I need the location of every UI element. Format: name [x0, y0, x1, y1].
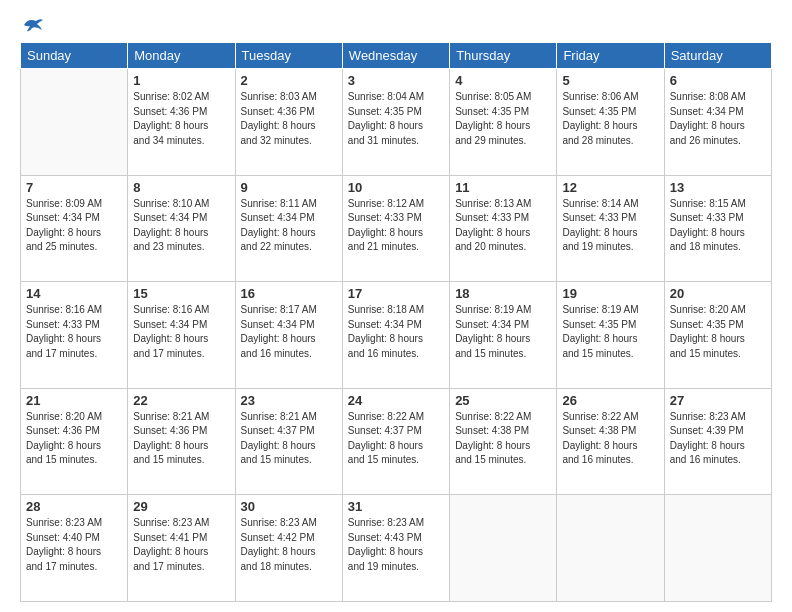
day-number: 24	[348, 393, 444, 408]
day-number: 30	[241, 499, 337, 514]
calendar-cell: 3Sunrise: 8:04 AMSunset: 4:35 PMDaylight…	[342, 69, 449, 176]
calendar-cell: 18Sunrise: 8:19 AMSunset: 4:34 PMDayligh…	[450, 282, 557, 389]
day-number: 1	[133, 73, 229, 88]
day-number: 22	[133, 393, 229, 408]
calendar-cell: 24Sunrise: 8:22 AMSunset: 4:37 PMDayligh…	[342, 388, 449, 495]
day-info: Sunrise: 8:23 AMSunset: 4:39 PMDaylight:…	[670, 410, 766, 468]
calendar-cell: 20Sunrise: 8:20 AMSunset: 4:35 PMDayligh…	[664, 282, 771, 389]
calendar-cell: 26Sunrise: 8:22 AMSunset: 4:38 PMDayligh…	[557, 388, 664, 495]
day-info: Sunrise: 8:04 AMSunset: 4:35 PMDaylight:…	[348, 90, 444, 148]
weekday-header-wednesday: Wednesday	[342, 43, 449, 69]
calendar-cell: 15Sunrise: 8:16 AMSunset: 4:34 PMDayligh…	[128, 282, 235, 389]
calendar-cell: 9Sunrise: 8:11 AMSunset: 4:34 PMDaylight…	[235, 175, 342, 282]
day-number: 20	[670, 286, 766, 301]
day-info: Sunrise: 8:11 AMSunset: 4:34 PMDaylight:…	[241, 197, 337, 255]
day-number: 29	[133, 499, 229, 514]
day-number: 21	[26, 393, 122, 408]
day-info: Sunrise: 8:22 AMSunset: 4:37 PMDaylight:…	[348, 410, 444, 468]
calendar-cell: 17Sunrise: 8:18 AMSunset: 4:34 PMDayligh…	[342, 282, 449, 389]
day-info: Sunrise: 8:22 AMSunset: 4:38 PMDaylight:…	[562, 410, 658, 468]
day-info: Sunrise: 8:05 AMSunset: 4:35 PMDaylight:…	[455, 90, 551, 148]
calendar-cell: 10Sunrise: 8:12 AMSunset: 4:33 PMDayligh…	[342, 175, 449, 282]
day-number: 6	[670, 73, 766, 88]
day-info: Sunrise: 8:06 AMSunset: 4:35 PMDaylight:…	[562, 90, 658, 148]
day-number: 14	[26, 286, 122, 301]
day-info: Sunrise: 8:19 AMSunset: 4:34 PMDaylight:…	[455, 303, 551, 361]
day-info: Sunrise: 8:13 AMSunset: 4:33 PMDaylight:…	[455, 197, 551, 255]
day-number: 17	[348, 286, 444, 301]
day-info: Sunrise: 8:02 AMSunset: 4:36 PMDaylight:…	[133, 90, 229, 148]
day-info: Sunrise: 8:21 AMSunset: 4:37 PMDaylight:…	[241, 410, 337, 468]
day-number: 5	[562, 73, 658, 88]
calendar-cell: 5Sunrise: 8:06 AMSunset: 4:35 PMDaylight…	[557, 69, 664, 176]
calendar-cell: 19Sunrise: 8:19 AMSunset: 4:35 PMDayligh…	[557, 282, 664, 389]
calendar-cell: 2Sunrise: 8:03 AMSunset: 4:36 PMDaylight…	[235, 69, 342, 176]
week-row-2: 7Sunrise: 8:09 AMSunset: 4:34 PMDaylight…	[21, 175, 772, 282]
calendar-cell: 4Sunrise: 8:05 AMSunset: 4:35 PMDaylight…	[450, 69, 557, 176]
day-number: 15	[133, 286, 229, 301]
day-number: 4	[455, 73, 551, 88]
day-number: 2	[241, 73, 337, 88]
calendar-cell: 6Sunrise: 8:08 AMSunset: 4:34 PMDaylight…	[664, 69, 771, 176]
week-row-4: 21Sunrise: 8:20 AMSunset: 4:36 PMDayligh…	[21, 388, 772, 495]
calendar-cell	[21, 69, 128, 176]
week-row-5: 28Sunrise: 8:23 AMSunset: 4:40 PMDayligh…	[21, 495, 772, 602]
day-number: 16	[241, 286, 337, 301]
calendar-cell: 29Sunrise: 8:23 AMSunset: 4:41 PMDayligh…	[128, 495, 235, 602]
calendar-cell: 30Sunrise: 8:23 AMSunset: 4:42 PMDayligh…	[235, 495, 342, 602]
page: SundayMondayTuesdayWednesdayThursdayFrid…	[0, 0, 792, 612]
weekday-header-row: SundayMondayTuesdayWednesdayThursdayFrid…	[21, 43, 772, 69]
weekday-header-sunday: Sunday	[21, 43, 128, 69]
day-number: 28	[26, 499, 122, 514]
day-info: Sunrise: 8:23 AMSunset: 4:42 PMDaylight:…	[241, 516, 337, 574]
logo	[20, 16, 44, 34]
calendar-cell	[450, 495, 557, 602]
day-info: Sunrise: 8:15 AMSunset: 4:33 PMDaylight:…	[670, 197, 766, 255]
weekday-header-tuesday: Tuesday	[235, 43, 342, 69]
calendar-cell: 12Sunrise: 8:14 AMSunset: 4:33 PMDayligh…	[557, 175, 664, 282]
calendar-cell: 21Sunrise: 8:20 AMSunset: 4:36 PMDayligh…	[21, 388, 128, 495]
day-info: Sunrise: 8:17 AMSunset: 4:34 PMDaylight:…	[241, 303, 337, 361]
day-info: Sunrise: 8:10 AMSunset: 4:34 PMDaylight:…	[133, 197, 229, 255]
calendar-cell: 7Sunrise: 8:09 AMSunset: 4:34 PMDaylight…	[21, 175, 128, 282]
day-info: Sunrise: 8:22 AMSunset: 4:38 PMDaylight:…	[455, 410, 551, 468]
calendar-cell: 14Sunrise: 8:16 AMSunset: 4:33 PMDayligh…	[21, 282, 128, 389]
calendar-cell: 8Sunrise: 8:10 AMSunset: 4:34 PMDaylight…	[128, 175, 235, 282]
day-info: Sunrise: 8:16 AMSunset: 4:34 PMDaylight:…	[133, 303, 229, 361]
day-number: 7	[26, 180, 122, 195]
day-info: Sunrise: 8:23 AMSunset: 4:41 PMDaylight:…	[133, 516, 229, 574]
day-info: Sunrise: 8:18 AMSunset: 4:34 PMDaylight:…	[348, 303, 444, 361]
weekday-header-monday: Monday	[128, 43, 235, 69]
calendar: SundayMondayTuesdayWednesdayThursdayFrid…	[20, 42, 772, 602]
day-number: 31	[348, 499, 444, 514]
day-number: 27	[670, 393, 766, 408]
weekday-header-thursday: Thursday	[450, 43, 557, 69]
day-number: 19	[562, 286, 658, 301]
weekday-header-friday: Friday	[557, 43, 664, 69]
calendar-cell: 23Sunrise: 8:21 AMSunset: 4:37 PMDayligh…	[235, 388, 342, 495]
day-info: Sunrise: 8:09 AMSunset: 4:34 PMDaylight:…	[26, 197, 122, 255]
logo-bird-icon	[22, 16, 44, 34]
calendar-cell: 22Sunrise: 8:21 AMSunset: 4:36 PMDayligh…	[128, 388, 235, 495]
day-number: 23	[241, 393, 337, 408]
day-info: Sunrise: 8:23 AMSunset: 4:43 PMDaylight:…	[348, 516, 444, 574]
day-number: 3	[348, 73, 444, 88]
calendar-cell: 27Sunrise: 8:23 AMSunset: 4:39 PMDayligh…	[664, 388, 771, 495]
day-number: 18	[455, 286, 551, 301]
day-info: Sunrise: 8:12 AMSunset: 4:33 PMDaylight:…	[348, 197, 444, 255]
calendar-cell: 31Sunrise: 8:23 AMSunset: 4:43 PMDayligh…	[342, 495, 449, 602]
day-number: 12	[562, 180, 658, 195]
calendar-cell: 1Sunrise: 8:02 AMSunset: 4:36 PMDaylight…	[128, 69, 235, 176]
calendar-cell	[557, 495, 664, 602]
calendar-cell: 28Sunrise: 8:23 AMSunset: 4:40 PMDayligh…	[21, 495, 128, 602]
calendar-cell: 16Sunrise: 8:17 AMSunset: 4:34 PMDayligh…	[235, 282, 342, 389]
day-number: 8	[133, 180, 229, 195]
day-number: 26	[562, 393, 658, 408]
weekday-header-saturday: Saturday	[664, 43, 771, 69]
day-info: Sunrise: 8:20 AMSunset: 4:36 PMDaylight:…	[26, 410, 122, 468]
calendar-cell: 11Sunrise: 8:13 AMSunset: 4:33 PMDayligh…	[450, 175, 557, 282]
week-row-3: 14Sunrise: 8:16 AMSunset: 4:33 PMDayligh…	[21, 282, 772, 389]
day-info: Sunrise: 8:20 AMSunset: 4:35 PMDaylight:…	[670, 303, 766, 361]
day-info: Sunrise: 8:21 AMSunset: 4:36 PMDaylight:…	[133, 410, 229, 468]
day-info: Sunrise: 8:16 AMSunset: 4:33 PMDaylight:…	[26, 303, 122, 361]
